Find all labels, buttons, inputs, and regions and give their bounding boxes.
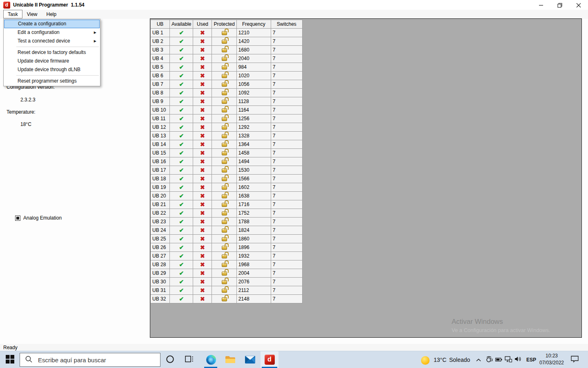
red-cross-icon: ✖ bbox=[200, 90, 205, 96]
cortana-button[interactable] bbox=[164, 355, 176, 365]
menubar-item-help[interactable]: Help bbox=[42, 10, 61, 18]
frequency-cell: 1292 bbox=[236, 123, 271, 132]
task-menu-item[interactable]: Update device through dLNB bbox=[4, 65, 100, 74]
column-header-frequency[interactable]: Frequency bbox=[236, 20, 271, 29]
green-check-icon: ✔ bbox=[179, 72, 184, 79]
protected-cell bbox=[212, 114, 236, 123]
protected-cell bbox=[212, 54, 236, 63]
open-padlock-icon bbox=[222, 168, 227, 173]
table-row[interactable]: UB 29✔✖20047 bbox=[151, 269, 303, 278]
frequency-cell: 1056 bbox=[236, 80, 271, 89]
table-row[interactable]: UB 2✔✖14207 bbox=[151, 37, 303, 46]
table-row[interactable]: UB 16✔✖14947 bbox=[151, 157, 303, 166]
menubar-item-view[interactable]: View bbox=[22, 10, 42, 18]
tray-network-button[interactable] bbox=[504, 356, 513, 364]
tray-volume-button[interactable] bbox=[513, 356, 522, 364]
available-cell: ✔ bbox=[170, 114, 193, 123]
analog-emulation-checkbox[interactable] bbox=[15, 215, 20, 221]
task-view-button[interactable] bbox=[183, 355, 195, 365]
task-menu-item[interactable]: Edit a configuration▶ bbox=[4, 28, 100, 37]
action-center-button[interactable] bbox=[569, 356, 580, 364]
red-cross-icon: ✖ bbox=[200, 253, 205, 259]
available-cell: ✔ bbox=[170, 166, 193, 175]
weather-temperature[interactable]: 13°C bbox=[434, 357, 446, 363]
table-row[interactable]: UB 4✔✖20407 bbox=[151, 54, 303, 63]
red-cross-icon: ✖ bbox=[200, 98, 205, 105]
analog-emulation-label: Analog Emulation bbox=[23, 215, 62, 221]
ub-cell: UB 5 bbox=[151, 63, 170, 72]
table-row[interactable]: UB 23✔✖17887 bbox=[151, 218, 303, 226]
file-explorer-button[interactable] bbox=[225, 355, 236, 366]
tray-battery-button[interactable] bbox=[494, 356, 503, 364]
table-row[interactable]: UB 28✔✖19687 bbox=[151, 260, 303, 269]
start-button[interactable] bbox=[3, 354, 16, 366]
task-menu-item[interactable]: Update device firmware bbox=[4, 57, 100, 65]
task-menu-item[interactable]: Reset device to factory defaults bbox=[4, 48, 100, 57]
table-row[interactable]: UB 7✔✖10567 bbox=[151, 80, 303, 89]
ub-table[interactable]: UBAvailableUsedProtectedFrequencySwitche… bbox=[150, 20, 303, 303]
switches-cell: 7 bbox=[271, 183, 302, 192]
tray-expand-button[interactable] bbox=[474, 356, 483, 364]
column-header-ub[interactable]: UB bbox=[151, 20, 170, 29]
menubar-item-task[interactable]: Task bbox=[3, 10, 22, 18]
table-row[interactable]: UB 24✔✖18247 bbox=[151, 226, 303, 235]
language-indicator[interactable]: ESP bbox=[526, 357, 536, 363]
table-row[interactable]: UB 8✔✖10927 bbox=[151, 89, 303, 97]
table-row[interactable]: UB 30✔✖20767 bbox=[151, 278, 303, 286]
table-row[interactable]: UB 25✔✖18607 bbox=[151, 235, 303, 243]
table-row[interactable]: UB 32✔✖21487 bbox=[151, 295, 303, 303]
mail-app-button[interactable] bbox=[244, 355, 256, 366]
used-cell: ✖ bbox=[193, 63, 212, 72]
table-row[interactable]: UB 11✔✖12567 bbox=[151, 114, 303, 123]
table-row[interactable]: UB 3✔✖16807 bbox=[151, 46, 303, 54]
tray-meet-now-button[interactable] bbox=[484, 356, 493, 364]
table-row[interactable]: UB 17✔✖15307 bbox=[151, 166, 303, 175]
table-row[interactable]: UB 9✔✖11287 bbox=[151, 97, 303, 106]
table-row[interactable]: UB 20✔✖16387 bbox=[151, 192, 303, 200]
table-row[interactable]: UB 10✔✖11647 bbox=[151, 106, 303, 114]
taskbar-clock[interactable]: 10:23 07/03/2022 bbox=[537, 352, 567, 366]
ub-cell: UB 14 bbox=[151, 140, 170, 149]
column-header-used[interactable]: Used bbox=[193, 20, 212, 29]
table-row[interactable]: UB 27✔✖19327 bbox=[151, 252, 303, 260]
green-check-icon: ✔ bbox=[179, 218, 184, 225]
table-row[interactable]: UB 19✔✖16027 bbox=[151, 183, 303, 192]
task-menu-item[interactable]: Reset programmer settings bbox=[4, 77, 100, 85]
ub-cell: UB 1 bbox=[151, 29, 170, 37]
used-cell: ✖ bbox=[193, 29, 212, 37]
switches-cell: 7 bbox=[271, 278, 302, 286]
taskbar-search-input[interactable]: Escribe aquí para buscar bbox=[20, 353, 160, 367]
task-menu-item[interactable]: Create a configuration bbox=[4, 20, 100, 28]
table-row[interactable]: UB 5✔✖9847 bbox=[151, 63, 303, 72]
meet-now-icon bbox=[485, 356, 493, 364]
table-row[interactable]: UB 1✔✖12107 bbox=[151, 29, 303, 37]
table-row[interactable]: UB 22✔✖17527 bbox=[151, 209, 303, 218]
table-row[interactable]: UB 31✔✖21127 bbox=[151, 286, 303, 295]
column-header-switches[interactable]: Switches bbox=[271, 20, 302, 29]
switches-cell: 7 bbox=[271, 80, 302, 89]
table-row[interactable]: UB 15✔✖14587 bbox=[151, 149, 303, 157]
column-header-protected[interactable]: Protected bbox=[212, 20, 236, 29]
table-row[interactable]: UB 13✔✖13287 bbox=[151, 132, 303, 140]
battery-icon bbox=[495, 356, 502, 364]
column-header-available[interactable]: Available bbox=[170, 20, 193, 29]
close-icon bbox=[576, 2, 581, 9]
edge-taskbar-button[interactable] bbox=[205, 355, 217, 365]
frequency-cell: 1364 bbox=[236, 140, 271, 149]
weather-description[interactable]: Soleado bbox=[449, 357, 470, 363]
unicable-app-taskbar-button[interactable]: d bbox=[261, 351, 278, 368]
table-row[interactable]: UB 14✔✖13647 bbox=[151, 140, 303, 149]
switches-cell: 7 bbox=[271, 175, 302, 183]
available-cell: ✔ bbox=[170, 54, 193, 63]
open-padlock-icon bbox=[222, 117, 227, 121]
green-check-icon: ✔ bbox=[179, 98, 184, 105]
task-menu-item[interactable]: Test a connected device▶ bbox=[4, 37, 100, 45]
table-row[interactable]: UB 12✔✖12927 bbox=[151, 123, 303, 132]
table-row[interactable]: UB 26✔✖18967 bbox=[151, 243, 303, 252]
table-row[interactable]: UB 6✔✖10207 bbox=[151, 72, 303, 80]
table-row[interactable]: UB 21✔✖17167 bbox=[151, 200, 303, 209]
red-cross-icon: ✖ bbox=[200, 218, 205, 225]
weather-button[interactable] bbox=[420, 355, 430, 365]
table-row[interactable]: UB 18✔✖15667 bbox=[151, 175, 303, 183]
used-cell: ✖ bbox=[193, 149, 212, 157]
